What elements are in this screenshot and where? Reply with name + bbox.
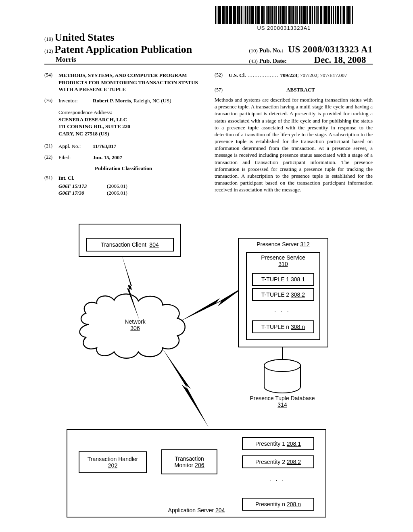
transaction-handler-num: 202 xyxy=(108,462,117,469)
code-57: (57) xyxy=(215,87,229,93)
code-52: (52) xyxy=(215,72,229,79)
transaction-client-box: Transaction Client 304 xyxy=(86,238,174,251)
intcl-1-year: (2006.01) xyxy=(107,183,127,190)
author: Morris xyxy=(56,56,76,63)
transaction-monitor-label1: Transaction xyxy=(175,455,204,462)
presentity-dots: . . . xyxy=(242,476,313,482)
inventor-loc: , Raleigh, NC (US) xyxy=(131,98,171,104)
presence-service-label: Presence Service xyxy=(261,254,305,261)
left-column: (54) METHODS, SYSTEMS, AND COMPUTER PROG… xyxy=(44,72,202,197)
ttuple-n-label: T-TUPLE n xyxy=(261,324,289,330)
ptdb-label-group: Presence Tuple Database 314 xyxy=(242,395,323,408)
code-10: (10) xyxy=(249,48,258,54)
ttuple-2-num: 308.2 xyxy=(291,291,305,298)
code-21: (21) xyxy=(44,143,58,150)
ptdb-label: Presence Tuple Database xyxy=(242,395,323,401)
intcl-label: Int. Cl. xyxy=(58,175,74,181)
uscl-primary: 709/224 xyxy=(280,72,298,78)
ttuple-2-box: T-TUPLE 2 308.2 xyxy=(252,288,314,301)
ttuple-1-num: 308.1 xyxy=(291,276,305,283)
code-19: (19) xyxy=(44,36,53,42)
barcode-text: US 20080313323A1 xyxy=(195,25,373,31)
transaction-monitor-num: 206 xyxy=(195,462,204,468)
network-label-group: Network 306 xyxy=(117,318,153,331)
bibliographic-columns: (54) METHODS, SYSTEMS, AND COMPUTER PROG… xyxy=(44,72,373,197)
presence-server-label: Presence Server xyxy=(257,241,298,247)
pub-type: Patent Application Publication xyxy=(54,44,192,55)
app-server-label: Application Server xyxy=(168,507,214,513)
filed-label: Filed: xyxy=(58,154,93,161)
code-22: (22) xyxy=(44,154,58,161)
barcode xyxy=(195,6,373,24)
presentity-2-box: Presentity 2 208.2 xyxy=(242,455,314,468)
presentity-n-label: Presentity n xyxy=(255,501,285,507)
abstract-heading: ABSTRACT xyxy=(229,86,373,94)
transaction-handler-label: Transaction Handler xyxy=(88,456,138,462)
appl-no: 11/763,817 xyxy=(93,143,116,149)
pub-no-label: Pub. No.: xyxy=(259,47,284,54)
pub-date-label: Pub. Date: xyxy=(259,58,287,64)
correspondence-line3: CARY, NC 27518 (US) xyxy=(58,131,109,137)
patent-figure: First Device 302 Transaction Client 304 … xyxy=(58,224,359,520)
code-43: (43) xyxy=(249,58,258,64)
ttuple-1-label: T-TUPLE 1 xyxy=(261,276,289,283)
presence-service-num: 310 xyxy=(278,261,288,267)
code-12: (12) xyxy=(44,48,53,54)
right-column: (52) U.S. Cl. .................. 709/224… xyxy=(215,72,373,197)
abstract-text: Methods and systems are described for mo… xyxy=(215,96,373,193)
network-label: Network xyxy=(117,318,153,325)
uscl-dots: .................. xyxy=(246,72,280,78)
uscl-label: U.S. Cl. xyxy=(229,72,246,78)
presentity-1-num: 208.1 xyxy=(287,441,301,447)
presentity-n-box: Presentity n 208.n xyxy=(242,498,314,511)
code-51: (51) xyxy=(44,175,58,182)
appl-no-label: Appl. No.: xyxy=(58,143,93,150)
presentity-1-label: Presentity 1 xyxy=(255,441,285,447)
transaction-client-label: Transaction Client xyxy=(101,241,146,248)
ttuple-1-box: T-TUPLE 1 308.1 xyxy=(252,273,314,286)
document-header: (19) United States (12) Patent Applicati… xyxy=(44,31,373,65)
presentity-n-num: 208.n xyxy=(287,501,301,507)
ttuple-n-num: 308.n xyxy=(291,324,305,330)
correspondence-line1: SCENERA RESEARCH, LLC xyxy=(58,116,127,123)
presentity-2-num: 208.2 xyxy=(287,459,301,465)
header-rule xyxy=(44,64,373,64)
transaction-handler-box: Transaction Handler 202 xyxy=(79,451,147,473)
presentity-2-label: Presentity 2 xyxy=(255,459,285,465)
transaction-client-num: 304 xyxy=(149,241,159,248)
svg-point-2 xyxy=(264,360,300,372)
pub-classification-heading: Publication Classification xyxy=(44,165,202,172)
ptdb-num: 314 xyxy=(242,401,323,408)
app-server-num: 204 xyxy=(215,507,225,513)
intcl-2-year: (2006.01) xyxy=(107,189,127,197)
inventor-name: Robert P. Morris xyxy=(93,98,131,104)
intcl-1-code: G06F 15/173 xyxy=(58,183,107,190)
pub-no: US 2008/0313323 A1 xyxy=(288,44,373,54)
ttuple-n-box: T-TUPLE n 308.n xyxy=(252,320,314,333)
transaction-monitor-box: Transaction Monitor 206 xyxy=(161,449,217,474)
ttuple-2-label: T-TUPLE 2 xyxy=(261,291,289,298)
ttuple-dots: . . . xyxy=(252,306,313,313)
filed-date: Jun. 15, 2007 xyxy=(93,154,122,160)
intcl-2-code: G06F 17/30 xyxy=(58,189,107,197)
uscl-rest: ; 707/202; 707/E17.007 xyxy=(297,72,347,78)
barcode-area: US 20080313323A1 xyxy=(195,6,373,31)
presence-server-num: 312 xyxy=(300,241,309,247)
correspondence-label: Correspondence Address: xyxy=(58,109,202,116)
network-num: 306 xyxy=(117,325,153,331)
invention-title: METHODS, SYSTEMS, AND COMPUTER PROGRAM P… xyxy=(58,72,202,93)
code-76: (76) xyxy=(44,97,58,104)
correspondence-line2: 111 CORNING RD., SUITE 220 xyxy=(58,123,130,129)
country: United States xyxy=(54,31,114,43)
code-54: (54) xyxy=(44,72,58,93)
presentity-1-box: Presentity 1 208.1 xyxy=(242,437,314,450)
transaction-monitor-label2: Monitor xyxy=(175,462,194,468)
inventor-label: Inventor: xyxy=(58,97,93,104)
